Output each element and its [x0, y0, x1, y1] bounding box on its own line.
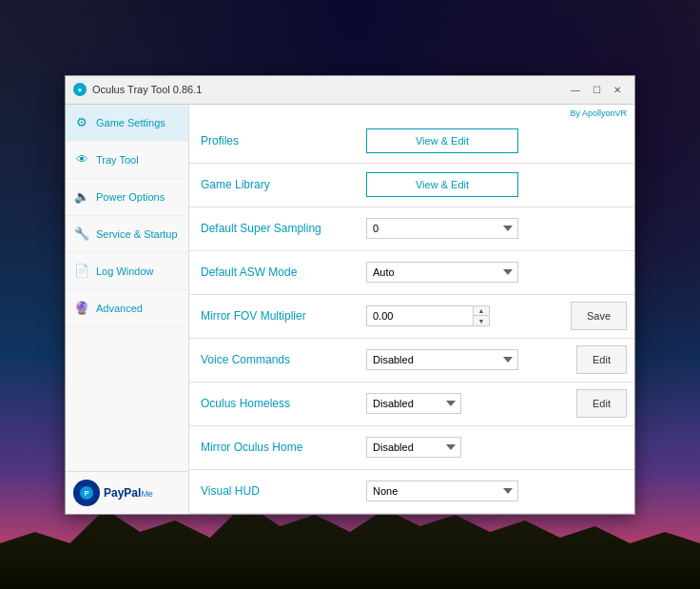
- super-sampling-control: 0 0.5 1.0 1.5 2.0: [366, 218, 627, 239]
- sidebar-label-power-options: Power Options: [96, 191, 165, 203]
- profiles-control: View & Edit: [366, 128, 627, 153]
- game-library-label: Game Library: [197, 178, 359, 191]
- voice-commands-edit-button[interactable]: Edit: [576, 345, 627, 374]
- orb-icon: 🔮: [73, 300, 90, 317]
- asw-mode-row: Default ASW Mode Auto Disabled Enabled F…: [189, 251, 634, 295]
- titlebar: ● Oculus Tray Tool 0.86.1 — ☐ ✕: [66, 76, 634, 105]
- sidebar-item-advanced[interactable]: 🔮 Advanced: [66, 290, 188, 327]
- main-window: ● Oculus Tray Tool 0.86.1 — ☐ ✕ ⚙ Game S…: [65, 75, 635, 515]
- mirror-oculus-home-row: Mirror Oculus Home Disabled Enabled: [189, 426, 634, 470]
- super-sampling-row: Default Super Sampling 0 0.5 1.0 1.5 2.0: [189, 207, 634, 251]
- sidebar-label-game-settings: Game Settings: [96, 117, 165, 128]
- window-title: Oculus Tray Tool 0.86.1: [92, 84, 566, 95]
- mirror-fov-spinner: ▲ ▼: [366, 305, 490, 326]
- oculus-homeless-control: Disabled Enabled Edit: [366, 389, 627, 418]
- settings-table: Profiles View & Edit Game Library View &…: [189, 120, 634, 514]
- oculus-homeless-row: Oculus Homeless Disabled Enabled Edit: [189, 383, 634, 426]
- sidebar-item-game-settings[interactable]: ⚙ Game Settings: [66, 105, 188, 142]
- visual-hud-label: Visual HUD: [197, 484, 359, 498]
- oculus-homeless-select[interactable]: Disabled Enabled: [366, 393, 461, 414]
- app-icon: ●: [73, 83, 87, 96]
- paypal-icon: P: [73, 480, 100, 506]
- mirror-fov-row: Mirror FOV Multiplier ▲ ▼ Save: [189, 295, 634, 339]
- credit-text: By ApollyonVR: [570, 108, 627, 118]
- sidebar-label-log-window: Log Window: [96, 265, 154, 277]
- oculus-homeless-label: Oculus Homeless: [197, 397, 359, 410]
- game-library-view-edit-button[interactable]: View & Edit: [366, 172, 518, 197]
- minimize-button[interactable]: —: [566, 82, 585, 97]
- game-library-row: Game Library View & Edit: [189, 164, 634, 207]
- sidebar-item-service-startup[interactable]: 🔧 Service & Startup: [66, 216, 188, 253]
- gear-icon: ⚙: [73, 114, 90, 131]
- speaker-icon: 🔈: [73, 188, 90, 206]
- spinner-arrows: ▲ ▼: [473, 306, 489, 325]
- content-area: ⚙ Game Settings 👁 Tray Tool 🔈 Power Opti…: [66, 105, 634, 514]
- profiles-row: Profiles View & Edit: [189, 120, 634, 164]
- close-button[interactable]: ✕: [608, 82, 627, 97]
- asw-mode-control: Auto Disabled Enabled Force 45fps: [366, 262, 627, 283]
- super-sampling-select[interactable]: 0 0.5 1.0 1.5 2.0: [366, 218, 518, 239]
- voice-commands-label: Voice Commands: [197, 353, 359, 366]
- settings-scroll-area[interactable]: Profiles View & Edit Game Library View &…: [189, 120, 634, 514]
- mirror-fov-control: ▲ ▼ Save: [366, 302, 627, 330]
- paypal-text-group: PayPalMe: [104, 486, 153, 500]
- spinner-down-button[interactable]: ▼: [474, 316, 489, 325]
- sidebar-item-log-window[interactable]: 📄 Log Window: [66, 253, 188, 290]
- eye-icon: 👁: [73, 151, 90, 168]
- game-library-control: View & Edit: [366, 172, 627, 197]
- maximize-button[interactable]: ☐: [587, 82, 606, 97]
- paypal-brand: PayPalMe: [104, 486, 153, 500]
- main-header: By ApollyonVR: [189, 105, 634, 120]
- window-controls: — ☐ ✕: [566, 82, 627, 97]
- mirror-fov-input[interactable]: [367, 306, 473, 325]
- mirror-oculus-home-control: Disabled Enabled: [366, 437, 627, 458]
- main-panel: By ApollyonVR Profiles View & Edit Game …: [189, 105, 634, 514]
- sidebar-label-tray-tool: Tray Tool: [96, 154, 139, 166]
- voice-commands-control: Disabled Enabled Edit: [366, 345, 627, 374]
- profiles-label: Profiles: [197, 134, 359, 147]
- mirror-fov-save-button[interactable]: Save: [571, 302, 627, 330]
- document-icon: 📄: [73, 263, 90, 280]
- voice-commands-row: Voice Commands Disabled Enabled Edit: [189, 339, 634, 383]
- paypal-section[interactable]: P PayPalMe: [66, 471, 188, 514]
- super-sampling-label: Default Super Sampling: [197, 222, 359, 235]
- visual-hud-select[interactable]: None Performance Latency: [366, 481, 518, 501]
- oculus-homeless-edit-button[interactable]: Edit: [576, 389, 627, 418]
- voice-commands-select[interactable]: Disabled Enabled: [366, 349, 518, 370]
- wrench-icon: 🔧: [73, 226, 90, 243]
- sidebar-spacer: [66, 327, 188, 471]
- mirror-oculus-home-label: Mirror Oculus Home: [197, 441, 359, 454]
- spinner-up-button[interactable]: ▲: [474, 306, 489, 316]
- mirror-fov-label: Mirror FOV Multiplier: [197, 309, 359, 323]
- sidebar: ⚙ Game Settings 👁 Tray Tool 🔈 Power Opti…: [66, 105, 189, 514]
- svg-text:P: P: [85, 490, 89, 497]
- asw-mode-select[interactable]: Auto Disabled Enabled Force 45fps: [366, 262, 518, 283]
- visual-hud-control: None Performance Latency: [366, 481, 627, 501]
- mirror-oculus-home-select[interactable]: Disabled Enabled: [366, 437, 461, 458]
- asw-mode-label: Default ASW Mode: [197, 265, 359, 279]
- visual-hud-row: Visual HUD None Performance Latency: [189, 470, 634, 514]
- sidebar-label-service-startup: Service & Startup: [96, 228, 178, 240]
- sidebar-item-power-options[interactable]: 🔈 Power Options: [66, 179, 188, 216]
- profiles-view-edit-button[interactable]: View & Edit: [366, 128, 518, 153]
- sidebar-item-tray-tool[interactable]: 👁 Tray Tool: [66, 142, 188, 179]
- sidebar-label-advanced: Advanced: [96, 303, 143, 314]
